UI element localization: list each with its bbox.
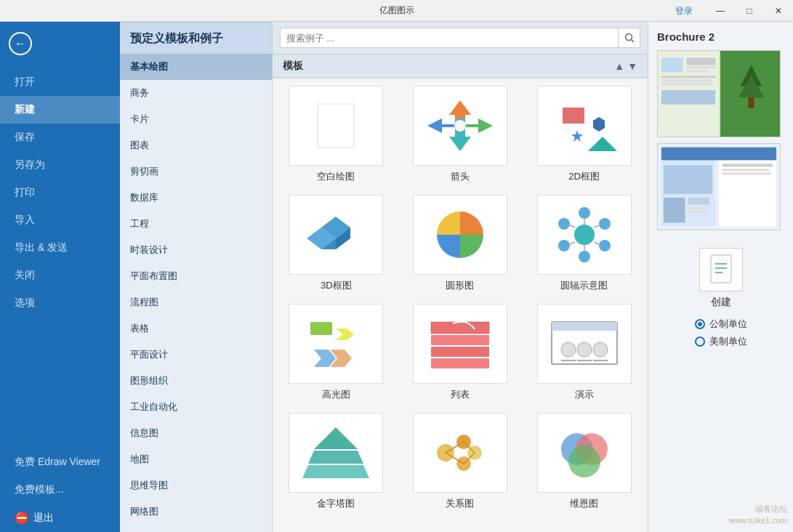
sidebar-item-exit[interactable]: ⛔ 退出 (0, 504, 120, 532)
sidebar-item-save[interactable]: 保存 (0, 124, 120, 151)
svg-rect-34 (431, 322, 489, 334)
minimize-button[interactable]: — (706, 0, 735, 22)
scroll-up-button[interactable]: ▲ (614, 60, 624, 72)
template-highlight[interactable]: 高光图 (280, 304, 393, 401)
category-item-infomap[interactable]: 信息图 (120, 420, 272, 446)
category-item-industrial[interactable]: 工业自动化 (120, 394, 272, 420)
category-item-chart[interactable]: 图表 (120, 132, 272, 158)
sidebar-item-new[interactable]: 新建 (0, 96, 120, 124)
preview-image-2[interactable] (657, 143, 781, 230)
sidebar-menu: 打开 新建 保存 另存为 打印 导入 导出 & 发送 关闭 选项 (0, 68, 120, 317)
sidebar-item-options[interactable]: 选项 (0, 289, 120, 317)
template-presentation[interactable]: 演示 (528, 304, 640, 401)
search-bar (273, 22, 648, 55)
sidebar-item-saveas[interactable]: 另存为 (0, 151, 120, 179)
template-relation[interactable]: 关系图 (404, 413, 517, 510)
svg-point-43 (593, 342, 608, 357)
back-button[interactable]: ← (0, 22, 120, 65)
template-venn[interactable]: 维恩图 (528, 413, 640, 510)
search-input[interactable] (280, 28, 619, 48)
templates-grid-wrap[interactable]: 空白绘图 (273, 78, 648, 532)
unit-radio-group: 公制单位 美制单位 (695, 318, 747, 348)
category-item-clipart[interactable]: 剪切画 (120, 158, 272, 185)
svg-rect-72 (661, 83, 713, 85)
svg-marker-31 (336, 329, 354, 340)
template-3d-block-label: 3D框图 (321, 279, 352, 292)
svg-rect-2 (318, 104, 354, 148)
category-item-business[interactable]: 商务 (120, 80, 272, 106)
svg-rect-70 (661, 76, 715, 78)
template-pie[interactable]: 圆形图 (404, 195, 517, 292)
login-area: 登录 (675, 0, 699, 22)
sidebar-item-open[interactable]: 打开 (0, 68, 120, 96)
template-pyramid[interactable]: 金字塔图 (280, 413, 393, 510)
svg-rect-37 (431, 347, 489, 357)
sidebar-item-export[interactable]: 导出 & 发送 (0, 234, 120, 262)
category-item-orgchart[interactable]: 组织结构图 (120, 525, 272, 532)
search-button[interactable] (619, 28, 640, 48)
sidebar-item-print[interactable]: 打印 (0, 179, 120, 206)
categories-list-wrap[interactable]: 基本绘图 商务 卡片 图表 剪切画 数据库 工程 时装设计 平面布置图 流程图 … (120, 54, 272, 532)
category-item-table[interactable]: 表格 (120, 315, 272, 342)
template-arrow[interactable]: 箭头 (404, 86, 517, 183)
templates-panel: 模板 ▲ ▼ 空白绘图 (273, 22, 648, 532)
sidebar-bottom: 免费 Edraw Viewer 免费模板... ⛔ 退出 (0, 448, 120, 532)
sidebar-item-free-templates[interactable]: 免费模板... (0, 476, 120, 504)
close-button[interactable]: ✕ (764, 0, 793, 22)
template-blank-icon (289, 86, 383, 166)
sidebar: ← 打开 新建 保存 另存为 打印 导入 导出 & 发送 关闭 选项 免费 Ed… (0, 22, 120, 532)
category-item-engineering[interactable]: 工程 (120, 211, 272, 237)
category-item-map[interactable]: 地图 (120, 446, 272, 472)
radio-metric-label: 公制单位 (709, 318, 747, 331)
radio-imperial[interactable]: 美制单位 (695, 335, 747, 348)
category-item-floorplan[interactable]: 平面布置图 (120, 263, 272, 289)
search-icon (624, 33, 635, 43)
template-2d-block[interactable]: 2D框图 (528, 86, 640, 183)
svg-marker-9 (593, 117, 605, 132)
template-arrow-label: 箭头 (451, 170, 470, 183)
svg-point-23 (558, 218, 570, 230)
category-item-database[interactable]: 数据库 (120, 185, 272, 211)
template-relation-icon (413, 413, 507, 493)
svg-rect-40 (552, 322, 617, 331)
template-list-label: 列表 (451, 388, 470, 401)
template-blank[interactable]: 空白绘图 (280, 86, 393, 183)
template-3d-block[interactable]: 3D框图 (280, 195, 393, 292)
svg-line-28 (570, 242, 575, 244)
svg-point-18 (579, 207, 590, 219)
svg-marker-10 (588, 137, 617, 151)
category-item-infographic[interactable]: 图形组织 (120, 368, 272, 394)
category-item-flowchart[interactable]: 流程图 (120, 289, 272, 315)
svg-rect-82 (664, 198, 685, 223)
login-link[interactable]: 登录 (675, 5, 693, 17)
category-item-network[interactable]: 网络图 (120, 499, 272, 525)
sidebar-item-viewer[interactable]: 免费 Edraw Viewer (0, 448, 120, 476)
maximize-button[interactable]: □ (735, 0, 764, 22)
radio-metric[interactable]: 公制单位 (695, 318, 747, 331)
sidebar-item-import[interactable]: 导入 (0, 206, 120, 234)
sidebar-item-close[interactable]: 关闭 (0, 262, 120, 289)
template-2d-block-label: 2D框图 (568, 170, 600, 183)
svg-line-1 (631, 40, 634, 43)
create-button[interactable] (699, 248, 743, 291)
scroll-down-button[interactable]: ▼ (627, 60, 637, 72)
template-radial[interactable]: 圆辐示意图 (528, 195, 640, 292)
preview-image-1[interactable] (657, 50, 781, 137)
svg-rect-79 (722, 169, 769, 171)
template-venn-icon (537, 413, 632, 493)
templates-grid: 空白绘图 (280, 86, 640, 510)
category-item-basic[interactable]: 基本绘图 (120, 54, 272, 80)
svg-marker-11 (571, 130, 583, 142)
template-pyramid-icon (289, 413, 383, 493)
category-item-graphic-design[interactable]: 平面设计 (120, 342, 272, 368)
svg-line-26 (594, 242, 599, 244)
category-item-fashion[interactable]: 时装设计 (120, 237, 272, 263)
template-highlight-label: 高光图 (322, 388, 350, 401)
svg-point-42 (577, 342, 592, 357)
back-arrow-icon: ← (15, 37, 26, 50)
category-item-card[interactable]: 卡片 (120, 106, 272, 132)
category-item-mindmap[interactable]: 思维导图 (120, 472, 272, 499)
svg-rect-77 (661, 148, 776, 161)
template-list[interactable]: 列表 (404, 304, 517, 401)
svg-marker-49 (302, 465, 369, 478)
